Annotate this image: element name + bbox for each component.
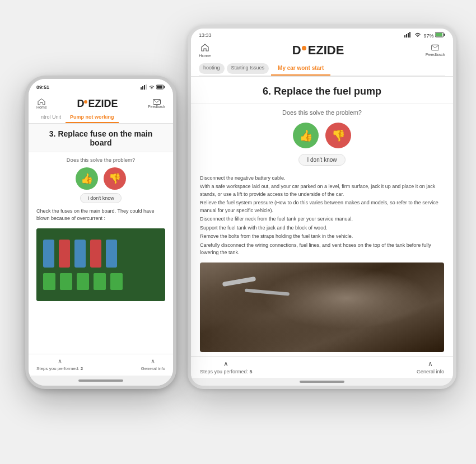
scene: 13:33 — [8, 8, 468, 456]
instruction-7: Carefully disconnect the wiring connecti… — [200, 242, 444, 257]
fuse-4 — [90, 240, 101, 268]
tablet-signal — [404, 32, 412, 39]
phone-steps-label: Steps you performed: 2 — [36, 366, 83, 371]
instruction-4: Disconnect the filler neck from the fuel… — [200, 215, 444, 223]
tablet-battery-icon: 97% — [423, 32, 445, 39]
tablet-content: 6. Replace the fuel pump Does this solve… — [191, 77, 453, 356]
fuse-base-1 — [43, 273, 55, 290]
instruction-6: Remove the bolts from the straps holding… — [200, 233, 444, 241]
phone-status-bar-area: 09:51 — [29, 79, 173, 95]
phone-steps-arrow: ∧ — [58, 358, 62, 365]
tablet-tabs: hooting Starting Issues My car wont star… — [199, 62, 445, 76]
instruction-2: With a safe workspace laid out, and your… — [200, 183, 444, 198]
phone-header: Home D EZIDE Feedback ntrol Unit — [29, 95, 173, 124]
fuse-base-4 — [94, 273, 106, 290]
phone-logo: D EZIDE — [77, 98, 118, 110]
tablet-status-icons: 97% — [404, 32, 445, 39]
phone-general-arrow: ∧ — [151, 358, 155, 365]
svg-rect-11 — [146, 85, 147, 90]
instruction-1: Disconnect the negative battery cable. — [200, 175, 444, 182]
fuse-base-5 — [110, 273, 123, 290]
tablet-steps-label: Steps you performed: 5 — [200, 369, 253, 374]
fuse-1 — [43, 240, 54, 268]
tablet-header: 13:33 — [191, 29, 453, 77]
phone-nav: Home D EZIDE Feedback — [36, 96, 165, 112]
phone-feedback-nav[interactable]: Feedback — [148, 99, 165, 109]
svg-rect-8 — [141, 87, 142, 90]
tablet-question: Does this solve the problem? — [191, 104, 453, 120]
tablet-yes-button[interactable]: 👍 — [293, 123, 319, 148]
phone-description: Check the fuses on the main board. They … — [29, 208, 173, 226]
phone-steps-performed[interactable]: ∧ Steps you performed: 2 — [36, 358, 83, 371]
tablet-fuel-pump-image — [200, 263, 444, 352]
tablet-steps-arrow: ∧ — [223, 360, 228, 368]
tablet-nav: Home D EZIDE Feedback — [199, 41, 445, 62]
svg-rect-1 — [406, 34, 407, 38]
fuse-base-2 — [60, 273, 72, 290]
svg-rect-9 — [142, 86, 143, 90]
tablet-general-arrow: ∧ — [428, 360, 433, 368]
phone-status-icons — [141, 85, 165, 91]
tablet-steps-performed[interactable]: ∧ Steps you performed: 5 — [200, 360, 253, 374]
phone-footer: ∧ Steps you performed: 2 ∧ General info — [29, 354, 173, 376]
tablet-home-bar — [300, 381, 344, 383]
tablet-no-button[interactable]: 👎 — [325, 123, 351, 148]
svg-rect-13 — [164, 86, 165, 88]
tablet-home-nav[interactable]: Home — [199, 43, 211, 58]
tablet-footer: ∧ Steps you performed: 5 ∧ General info — [191, 356, 453, 378]
instruction-5: Support the fuel tank with the jack and … — [200, 224, 444, 232]
fuse-5 — [106, 240, 117, 268]
tablet-instructions: Disconnect the negative battery cable. W… — [191, 175, 453, 258]
fuse-base-3 — [77, 273, 89, 290]
phone-home-nav[interactable]: Home — [36, 98, 47, 109]
tablet-idk-button[interactable]: I don't know — [298, 154, 345, 166]
phone-home-bar — [78, 379, 123, 382]
phone-battery-icon — [156, 85, 165, 91]
phone-no-button[interactable]: 👎 — [104, 167, 126, 190]
tablet-status-bar: 13:33 — [199, 32, 445, 39]
phone-step-header: 3. Replace fuse on the main board — [29, 124, 173, 152]
phone-content: 3. Replace fuse on the main board Does t… — [29, 124, 173, 354]
tablet-logo: D EZIDE — [292, 43, 344, 58]
tablet-device: 13:33 — [188, 25, 456, 389]
phone-time: 09:51 — [36, 85, 49, 91]
tablet-tab-my-car[interactable]: My car wont start — [271, 62, 330, 76]
phone-home-indicator — [29, 376, 173, 386]
phone-yes-button[interactable]: 👍 — [76, 167, 98, 190]
phone-status-bar: 09:51 — [36, 85, 165, 91]
tablet-general-info[interactable]: ∧ General info — [417, 360, 444, 374]
phone-tab-control-unit[interactable]: ntrol Unit — [36, 112, 66, 123]
svg-rect-0 — [404, 35, 405, 38]
tablet-feedback-nav[interactable]: Feedback — [426, 44, 445, 57]
instruction-3: Relieve the fuel system pressure (How to… — [200, 199, 444, 214]
svg-rect-10 — [144, 85, 145, 90]
svg-rect-14 — [157, 86, 162, 88]
phone-answer-buttons: 👍 👎 — [29, 165, 173, 193]
tablet-time: 13:33 — [199, 32, 212, 38]
tablet-wifi-icon — [414, 32, 421, 39]
phone-idk-button[interactable]: I don't know — [80, 193, 122, 203]
svg-rect-5 — [444, 34, 445, 36]
svg-rect-6 — [436, 33, 442, 36]
phone-general-info[interactable]: ∧ General info — [141, 358, 165, 371]
tablet-home-indicator — [191, 378, 453, 386]
phone-wifi-icon — [149, 85, 155, 91]
tablet-tab-starting[interactable]: Starting Issues — [227, 63, 269, 74]
tablet-tab-troubleshooting[interactable]: hooting — [199, 63, 225, 74]
tablet-answer-buttons: 👍 👎 — [191, 120, 453, 154]
phone-tab-pump[interactable]: Pump not working — [66, 112, 119, 123]
phone-tabs: ntrol Unit Pump not working — [36, 112, 165, 123]
svg-rect-2 — [408, 33, 409, 38]
phone-question: Does this solve the problem? — [29, 152, 173, 165]
phone-fuse-board-image — [36, 228, 165, 301]
phone-signal-icon — [141, 85, 147, 91]
fuse-2 — [59, 240, 70, 268]
tablet-step-title: 6. Replace the fuel pump — [191, 77, 453, 104]
phone-step-title: 3. Replace fuse on the main board — [38, 129, 164, 147]
fuse-3 — [74, 240, 86, 268]
phone-device: 09:51 — [25, 76, 176, 389]
svg-rect-3 — [409, 32, 410, 38]
